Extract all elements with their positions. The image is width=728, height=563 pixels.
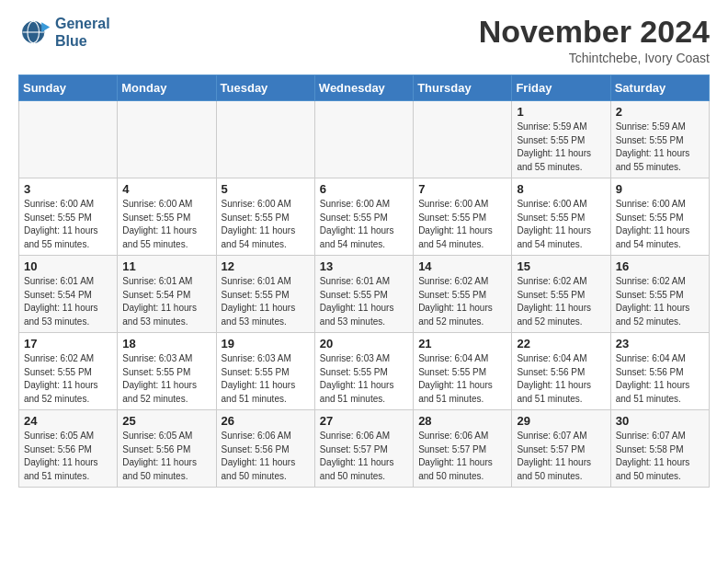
- logo-text: General Blue: [55, 15, 110, 50]
- day-number: 5: [222, 182, 310, 196]
- day-info: Sunrise: 6:00 AMSunset: 5:55 PMDaylight:…: [517, 198, 605, 251]
- day-info: Sunrise: 6:00 AMSunset: 5:55 PMDaylight:…: [616, 198, 704, 251]
- day-number: 18: [122, 337, 210, 350]
- day-number: 30: [616, 414, 704, 428]
- month-title: November 2024: [479, 15, 710, 49]
- day-number: 25: [122, 414, 210, 428]
- title-block: November 2024 Tchintchebe, Ivory Coast: [479, 15, 710, 65]
- day-info: Sunrise: 6:03 AMSunset: 5:55 PMDaylight:…: [122, 352, 210, 406]
- day-info: Sunrise: 6:00 AMSunset: 5:55 PMDaylight:…: [418, 198, 506, 251]
- day-info: Sunrise: 6:02 AMSunset: 5:55 PMDaylight:…: [418, 275, 506, 328]
- day-info: Sunrise: 6:04 AMSunset: 5:56 PMDaylight:…: [616, 352, 704, 406]
- weekday-header-wednesday: Wednesday: [314, 75, 413, 101]
- day-info: Sunrise: 6:02 AMSunset: 5:55 PMDaylight:…: [616, 275, 704, 328]
- day-number: 19: [222, 337, 310, 350]
- calendar-cell: [118, 101, 216, 178]
- day-info: Sunrise: 6:01 AMSunset: 5:55 PMDaylight:…: [320, 275, 408, 328]
- day-info: Sunrise: 6:03 AMSunset: 5:55 PMDaylight:…: [320, 352, 408, 406]
- weekday-header-row: SundayMondayTuesdayWednesdayThursdayFrid…: [19, 75, 710, 101]
- day-info: Sunrise: 6:07 AMSunset: 5:58 PMDaylight:…: [616, 430, 704, 483]
- day-number: 23: [616, 337, 704, 350]
- day-info: Sunrise: 5:59 AMSunset: 5:55 PMDaylight:…: [517, 121, 605, 174]
- weekday-header-tuesday: Tuesday: [216, 75, 314, 101]
- calendar-cell: [19, 101, 118, 178]
- day-number: 17: [24, 337, 112, 350]
- day-info: Sunrise: 6:05 AMSunset: 5:56 PMDaylight:…: [24, 430, 112, 483]
- day-info: Sunrise: 6:05 AMSunset: 5:56 PMDaylight:…: [122, 430, 210, 483]
- day-number: 26: [222, 414, 310, 428]
- calendar-cell: 12Sunrise: 6:01 AMSunset: 5:55 PMDayligh…: [216, 256, 314, 333]
- calendar-cell: 29Sunrise: 6:07 AMSunset: 5:57 PMDayligh…: [512, 410, 610, 488]
- calendar-cell: 20Sunrise: 6:03 AMSunset: 5:55 PMDayligh…: [314, 333, 413, 410]
- calendar-cell: 13Sunrise: 6:01 AMSunset: 5:55 PMDayligh…: [314, 256, 413, 333]
- logo-icon: [18, 16, 51, 49]
- calendar-week-row: 24Sunrise: 6:05 AMSunset: 5:56 PMDayligh…: [19, 410, 710, 488]
- calendar-cell: 21Sunrise: 6:04 AMSunset: 5:55 PMDayligh…: [414, 333, 512, 410]
- location-subtitle: Tchintchebe, Ivory Coast: [479, 51, 710, 65]
- calendar-cell: 22Sunrise: 6:04 AMSunset: 5:56 PMDayligh…: [512, 333, 610, 410]
- day-number: 1: [517, 105, 605, 119]
- calendar-cell: 9Sunrise: 6:00 AMSunset: 5:55 PMDaylight…: [610, 178, 709, 256]
- day-number: 27: [320, 414, 408, 428]
- weekday-header-sunday: Sunday: [19, 75, 118, 101]
- header: General Blue November 2024 Tchintchebe, …: [18, 15, 710, 65]
- calendar-cell: 23Sunrise: 6:04 AMSunset: 5:56 PMDayligh…: [610, 333, 709, 410]
- calendar-cell: [216, 101, 314, 178]
- svg-marker-3: [41, 22, 50, 32]
- calendar-cell: 1Sunrise: 5:59 AMSunset: 5:55 PMDaylight…: [512, 101, 610, 178]
- calendar-cell: 7Sunrise: 6:00 AMSunset: 5:55 PMDaylight…: [414, 178, 512, 256]
- day-number: 11: [122, 259, 210, 273]
- day-number: 24: [24, 414, 112, 428]
- day-number: 6: [320, 182, 408, 196]
- calendar-cell: 17Sunrise: 6:02 AMSunset: 5:55 PMDayligh…: [19, 333, 118, 410]
- weekday-header-monday: Monday: [118, 75, 216, 101]
- calendar-cell: 26Sunrise: 6:06 AMSunset: 5:56 PMDayligh…: [216, 410, 314, 488]
- day-number: 10: [24, 259, 112, 273]
- calendar-cell: 25Sunrise: 6:05 AMSunset: 5:56 PMDayligh…: [118, 410, 216, 488]
- calendar-cell: 19Sunrise: 6:03 AMSunset: 5:55 PMDayligh…: [216, 333, 314, 410]
- day-info: Sunrise: 6:00 AMSunset: 5:55 PMDaylight:…: [122, 198, 210, 251]
- calendar-cell: 14Sunrise: 6:02 AMSunset: 5:55 PMDayligh…: [414, 256, 512, 333]
- day-info: Sunrise: 6:04 AMSunset: 5:55 PMDaylight:…: [418, 352, 506, 406]
- day-info: Sunrise: 6:01 AMSunset: 5:54 PMDaylight:…: [122, 275, 210, 328]
- day-info: Sunrise: 6:02 AMSunset: 5:55 PMDaylight:…: [24, 352, 112, 406]
- day-number: 3: [24, 182, 112, 196]
- calendar-cell: 3Sunrise: 6:00 AMSunset: 5:55 PMDaylight…: [19, 178, 118, 256]
- calendar-cell: 18Sunrise: 6:03 AMSunset: 5:55 PMDayligh…: [118, 333, 216, 410]
- calendar-cell: [414, 101, 512, 178]
- day-info: Sunrise: 6:06 AMSunset: 5:57 PMDaylight:…: [320, 430, 408, 483]
- day-number: 13: [320, 259, 408, 273]
- calendar-week-row: 1Sunrise: 5:59 AMSunset: 5:55 PMDaylight…: [19, 101, 710, 178]
- day-number: 22: [517, 337, 605, 350]
- day-number: 29: [517, 414, 605, 428]
- day-info: Sunrise: 6:00 AMSunset: 5:55 PMDaylight:…: [320, 198, 408, 251]
- day-info: Sunrise: 6:03 AMSunset: 5:55 PMDaylight:…: [222, 352, 310, 406]
- weekday-header-thursday: Thursday: [414, 75, 512, 101]
- day-number: 12: [222, 259, 310, 273]
- calendar-table: SundayMondayTuesdayWednesdayThursdayFrid…: [18, 75, 710, 488]
- day-info: Sunrise: 6:01 AMSunset: 5:55 PMDaylight:…: [222, 275, 310, 328]
- day-info: Sunrise: 6:06 AMSunset: 5:56 PMDaylight:…: [222, 430, 310, 483]
- day-info: Sunrise: 6:06 AMSunset: 5:57 PMDaylight:…: [418, 430, 506, 483]
- calendar-cell: [314, 101, 413, 178]
- calendar-cell: 28Sunrise: 6:06 AMSunset: 5:57 PMDayligh…: [414, 410, 512, 488]
- day-number: 28: [418, 414, 506, 428]
- day-info: Sunrise: 6:00 AMSunset: 5:55 PMDaylight:…: [24, 198, 112, 251]
- calendar-cell: 4Sunrise: 6:00 AMSunset: 5:55 PMDaylight…: [118, 178, 216, 256]
- weekday-header-friday: Friday: [512, 75, 610, 101]
- calendar-week-row: 10Sunrise: 6:01 AMSunset: 5:54 PMDayligh…: [19, 256, 710, 333]
- day-info: Sunrise: 6:07 AMSunset: 5:57 PMDaylight:…: [517, 430, 605, 483]
- calendar-cell: 2Sunrise: 5:59 AMSunset: 5:55 PMDaylight…: [610, 101, 709, 178]
- calendar-week-row: 17Sunrise: 6:02 AMSunset: 5:55 PMDayligh…: [19, 333, 710, 410]
- day-info: Sunrise: 6:02 AMSunset: 5:55 PMDaylight:…: [517, 275, 605, 328]
- calendar-cell: 5Sunrise: 6:00 AMSunset: 5:55 PMDaylight…: [216, 178, 314, 256]
- day-number: 14: [418, 259, 506, 273]
- weekday-header-saturday: Saturday: [610, 75, 709, 101]
- calendar-cell: 10Sunrise: 6:01 AMSunset: 5:54 PMDayligh…: [19, 256, 118, 333]
- calendar-cell: 30Sunrise: 6:07 AMSunset: 5:58 PMDayligh…: [610, 410, 709, 488]
- page: General Blue November 2024 Tchintchebe, …: [0, 0, 728, 502]
- calendar-cell: 16Sunrise: 6:02 AMSunset: 5:55 PMDayligh…: [610, 256, 709, 333]
- calendar-cell: 8Sunrise: 6:00 AMSunset: 5:55 PMDaylight…: [512, 178, 610, 256]
- day-number: 21: [418, 337, 506, 350]
- calendar-week-row: 3Sunrise: 6:00 AMSunset: 5:55 PMDaylight…: [19, 178, 710, 256]
